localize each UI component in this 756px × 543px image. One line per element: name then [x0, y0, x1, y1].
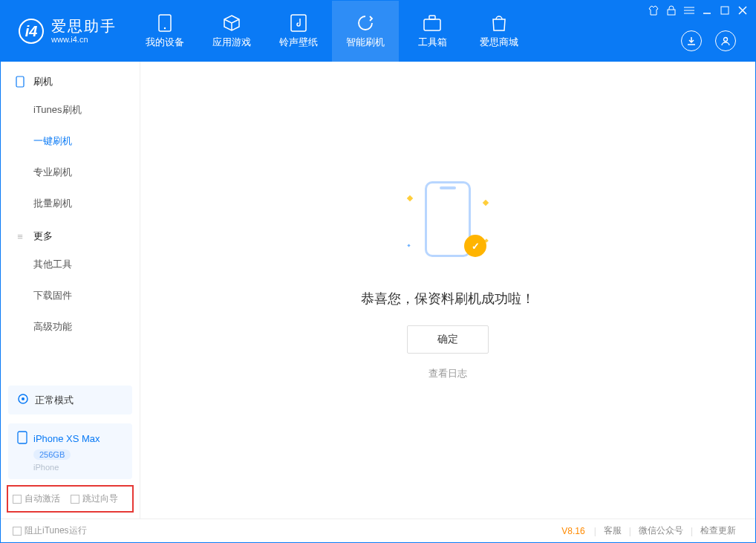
options-highlight: 自动激活 跳过向导 [7, 485, 134, 513]
nav-toolbox[interactable]: 工具箱 [399, 1, 466, 62]
sidebar-item-download-firmware[interactable]: 下载固件 [1, 280, 140, 311]
nav-my-device[interactable]: 我的设备 [131, 1, 198, 62]
cube-icon [223, 14, 241, 32]
svg-rect-4 [429, 16, 435, 19]
checkbox-auto-activate[interactable]: 自动激活 [13, 492, 60, 505]
download-button[interactable] [681, 30, 702, 51]
check-icon: ✓ [464, 235, 486, 257]
svg-point-13 [724, 38, 728, 42]
shirt-icon[interactable] [648, 5, 659, 16]
window-controls [648, 5, 748, 16]
app-logo: i4 爱思助手 www.i4.cn [1, 1, 131, 62]
user-button[interactable] [715, 30, 736, 51]
svg-rect-17 [18, 432, 27, 443]
cb-label: 阻止iTunes运行 [25, 524, 87, 537]
main-nav: 我的设备 应用游戏 铃声壁纸 智能刷机 工具箱 爱思商城 [131, 1, 532, 62]
app-subtitle: www.i4.cn [51, 35, 117, 45]
svg-rect-10 [721, 7, 729, 14]
footer-link-update[interactable]: 检查更新 [700, 524, 736, 537]
nav-label: 智能刷机 [346, 36, 385, 49]
ok-button[interactable]: 确定 [407, 325, 489, 354]
mode-card[interactable]: 正常模式 [8, 386, 132, 414]
device-icon [14, 76, 26, 88]
bag-icon [490, 14, 508, 32]
nav-label: 应用游戏 [212, 36, 251, 49]
minimize-icon[interactable] [702, 5, 712, 16]
app-title: 爱思助手 [51, 17, 117, 35]
logo-badge-icon: i4 [19, 19, 44, 44]
sidebar: 刷机 iTunes刷机 一键刷机 专业刷机 批量刷机 ≡ 更多 其他工具 下载固… [1, 62, 140, 518]
briefcase-icon [423, 14, 441, 32]
success-message: 恭喜您，保资料刷机成功啦！ [292, 290, 604, 308]
sidebar-item-itunes-flash[interactable]: iTunes刷机 [1, 94, 140, 126]
sidebar-item-pro-flash[interactable]: 专业刷机 [1, 157, 140, 188]
nav-label: 我的设备 [146, 36, 184, 49]
header: i4 爱思助手 www.i4.cn 我的设备 应用游戏 铃声壁纸 智能刷机 [1, 1, 755, 62]
view-log-link[interactable]: 查看日志 [292, 367, 604, 380]
sidebar-item-batch-flash[interactable]: 批量刷机 [1, 188, 140, 219]
main-content: ✓ 恭喜您，保资料刷机成功啦！ 确定 查看日志 [140, 62, 755, 518]
sidebar-section-title: 更多 [33, 230, 53, 243]
lock-icon[interactable] [666, 5, 677, 16]
device-name: iPhone XS Max [33, 433, 100, 444]
maximize-icon[interactable] [720, 5, 730, 16]
close-icon[interactable] [737, 5, 748, 16]
more-icon: ≡ [14, 230, 26, 242]
svg-rect-3 [424, 19, 440, 30]
footer-link-wechat[interactable]: 微信公众号 [639, 524, 683, 537]
success-illustration: ✓ [388, 181, 507, 270]
cb-label: 跳过向导 [82, 492, 118, 505]
nav-smart-flash[interactable]: 智能刷机 [332, 1, 399, 62]
footer: 阻止iTunes运行 V8.16 | 客服 | 微信公众号 | 检查更新 [1, 518, 755, 542]
version-label: V8.16 [561, 526, 584, 536]
device-icon [17, 431, 27, 446]
checkbox-block-itunes[interactable]: 阻止iTunes运行 [13, 524, 87, 537]
nav-ring-wall[interactable]: 铃声壁纸 [265, 1, 332, 62]
footer-link-support[interactable]: 客服 [604, 524, 622, 537]
header-right-buttons [681, 30, 736, 51]
mode-icon [17, 393, 29, 407]
mode-label: 正常模式 [35, 394, 74, 407]
nav-label: 铃声壁纸 [279, 36, 318, 49]
menu-icon[interactable] [684, 5, 694, 16]
nav-store[interactable]: 爱思商城 [466, 1, 532, 62]
device-type: iPhone [33, 463, 59, 472]
svg-rect-5 [668, 10, 675, 15]
sync-icon [356, 14, 374, 32]
sidebar-item-oneclick-flash[interactable]: 一键刷机 [1, 126, 140, 157]
sidebar-section-more: ≡ 更多 [1, 219, 140, 249]
checkbox-skip-guide[interactable]: 跳过向导 [71, 492, 118, 505]
nav-app-game[interactable]: 应用游戏 [198, 1, 265, 62]
device-capacity: 256GB [33, 449, 71, 460]
sidebar-item-advanced[interactable]: 高级功能 [1, 311, 140, 342]
svg-point-1 [164, 27, 166, 28]
svg-rect-14 [16, 77, 24, 87]
phone-icon [156, 14, 174, 32]
sidebar-section-title: 刷机 [33, 75, 53, 88]
nav-label: 工具箱 [418, 36, 447, 49]
sidebar-item-other-tools[interactable]: 其他工具 [1, 249, 140, 280]
music-note-icon [290, 14, 307, 32]
device-card[interactable]: iPhone XS Max 256GB iPhone [8, 423, 132, 479]
cb-label: 自动激活 [25, 492, 60, 505]
svg-point-16 [22, 397, 25, 400]
sidebar-section-flash: 刷机 [1, 65, 140, 94]
nav-label: 爱思商城 [480, 36, 518, 49]
